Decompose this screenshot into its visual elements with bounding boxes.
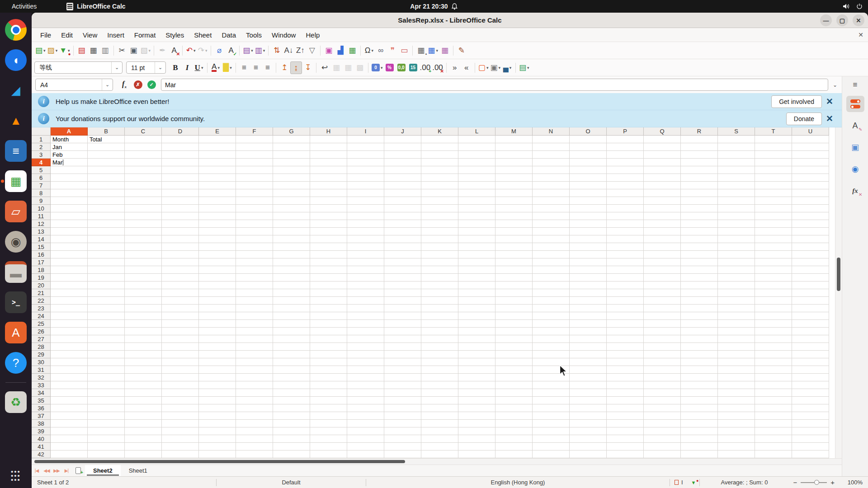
- cell-K5[interactable]: [421, 166, 458, 174]
- cell-D35[interactable]: [162, 397, 199, 404]
- cell-U7[interactable]: [792, 182, 829, 189]
- cell-N40[interactable]: [533, 435, 570, 443]
- cell-P40[interactable]: [607, 435, 644, 443]
- format-as-percent-button[interactable]: %: [384, 61, 396, 74]
- menu-edit[interactable]: Edit: [56, 29, 78, 41]
- cell-A18[interactable]: [51, 266, 88, 274]
- cell-T9[interactable]: [755, 197, 792, 205]
- cell-O24[interactable]: [570, 312, 607, 320]
- cell-G15[interactable]: [273, 243, 310, 251]
- cell-J6[interactable]: [384, 174, 421, 182]
- cell-L34[interactable]: [458, 389, 495, 397]
- cell-R41[interactable]: [681, 443, 718, 450]
- cell-F18[interactable]: [236, 266, 273, 274]
- cell-U2[interactable]: [792, 143, 829, 151]
- sort-button[interactable]: ⇅: [271, 44, 283, 57]
- menu-file[interactable]: File: [35, 29, 56, 41]
- cell-Q5[interactable]: [644, 166, 681, 174]
- row-header-17[interactable]: 17: [32, 258, 51, 266]
- cell-Q23[interactable]: [644, 305, 681, 312]
- cell-M23[interactable]: [495, 305, 533, 312]
- cell-L31[interactable]: [458, 366, 495, 374]
- cell-R32[interactable]: [681, 374, 718, 381]
- previous-sheet-icon[interactable]: ◀◀: [42, 465, 52, 476]
- cell-R34[interactable]: [681, 389, 718, 397]
- cell-P29[interactable]: [607, 351, 644, 358]
- column-header-C[interactable]: C: [125, 127, 162, 136]
- cell-T16[interactable]: [755, 251, 792, 258]
- cell-B8[interactable]: [88, 189, 125, 197]
- cell-A21[interactable]: [51, 289, 88, 297]
- cell-N39[interactable]: [533, 427, 570, 435]
- cell-A30[interactable]: [51, 358, 88, 366]
- cell-N6[interactable]: [533, 174, 570, 182]
- cell-Q32[interactable]: [644, 374, 681, 381]
- cell-K42[interactable]: [421, 450, 458, 458]
- cell-H31[interactable]: [310, 366, 347, 374]
- cell-H34[interactable]: [310, 389, 347, 397]
- cell-G7[interactable]: [273, 182, 310, 189]
- cell-L10[interactable]: [458, 205, 495, 212]
- cell-Q35[interactable]: [644, 397, 681, 404]
- cell-A38[interactable]: [51, 420, 88, 427]
- cell-P33[interactable]: [607, 381, 644, 389]
- insert-pivot-table-button[interactable]: ▦: [346, 44, 358, 57]
- row-header-28[interactable]: 28: [32, 343, 51, 351]
- borders-dropdown-arrow[interactable]: ▾: [486, 66, 489, 70]
- cell-A3[interactable]: Feb: [51, 151, 88, 159]
- cell-Q21[interactable]: [644, 289, 681, 297]
- cell-S16[interactable]: [718, 251, 755, 258]
- cell-Q33[interactable]: [644, 381, 681, 389]
- cell-M12[interactable]: [495, 220, 533, 228]
- cell-G22[interactable]: [273, 297, 310, 305]
- cell-Q10[interactable]: [644, 205, 681, 212]
- cell-G5[interactable]: [273, 166, 310, 174]
- cell-E28[interactable]: [199, 343, 236, 351]
- sidebar-styles-icon[interactable]: A✎: [846, 117, 864, 134]
- cell-D32[interactable]: [162, 374, 199, 381]
- cell-J36[interactable]: [384, 404, 421, 412]
- cell-H27[interactable]: [310, 335, 347, 343]
- cell-M21[interactable]: [495, 289, 533, 297]
- cell-I18[interactable]: [347, 266, 384, 274]
- cell-Q9[interactable]: [644, 197, 681, 205]
- cell-R8[interactable]: [681, 189, 718, 197]
- cell-D2[interactable]: [162, 143, 199, 151]
- cell-R6[interactable]: [681, 174, 718, 182]
- dock-item-vlc[interactable]: ▲: [0, 110, 32, 131]
- row-header-39[interactable]: 39: [32, 427, 51, 435]
- cell-D1[interactable]: [162, 136, 199, 143]
- conditional-formatting-dropdown-arrow[interactable]: ▾: [527, 66, 529, 70]
- insert-special-character-button[interactable]: Ω▾: [363, 44, 375, 57]
- cell-M33[interactable]: [495, 381, 533, 389]
- cell-L41[interactable]: [458, 443, 495, 450]
- cell-K11[interactable]: [421, 212, 458, 220]
- cell-B20[interactable]: [88, 282, 125, 289]
- cell-G42[interactable]: [273, 450, 310, 458]
- cell-T31[interactable]: [755, 366, 792, 374]
- cell-K39[interactable]: [421, 427, 458, 435]
- column-header-R[interactable]: R: [681, 127, 718, 136]
- cell-G30[interactable]: [273, 358, 310, 366]
- row-header-27[interactable]: 27: [32, 335, 51, 343]
- cell-J8[interactable]: [384, 189, 421, 197]
- cell-F32[interactable]: [236, 374, 273, 381]
- cell-B7[interactable]: [88, 182, 125, 189]
- cell-A15[interactable]: [51, 243, 88, 251]
- cell-H21[interactable]: [310, 289, 347, 297]
- cell-O19[interactable]: [570, 274, 607, 282]
- cell-G26[interactable]: [273, 328, 310, 335]
- row-header-20[interactable]: 20: [32, 282, 51, 289]
- cell-P15[interactable]: [607, 243, 644, 251]
- cell-U11[interactable]: [792, 212, 829, 220]
- cell-D4[interactable]: [162, 159, 199, 166]
- cell-D17[interactable]: [162, 258, 199, 266]
- cell-C17[interactable]: [125, 258, 162, 266]
- cell-L18[interactable]: [458, 266, 495, 274]
- cell-L17[interactable]: [458, 258, 495, 266]
- cell-L11[interactable]: [458, 212, 495, 220]
- row-header-18[interactable]: 18: [32, 266, 51, 274]
- cell-R27[interactable]: [681, 335, 718, 343]
- cell-P26[interactable]: [607, 328, 644, 335]
- column-header-H[interactable]: H: [310, 127, 347, 136]
